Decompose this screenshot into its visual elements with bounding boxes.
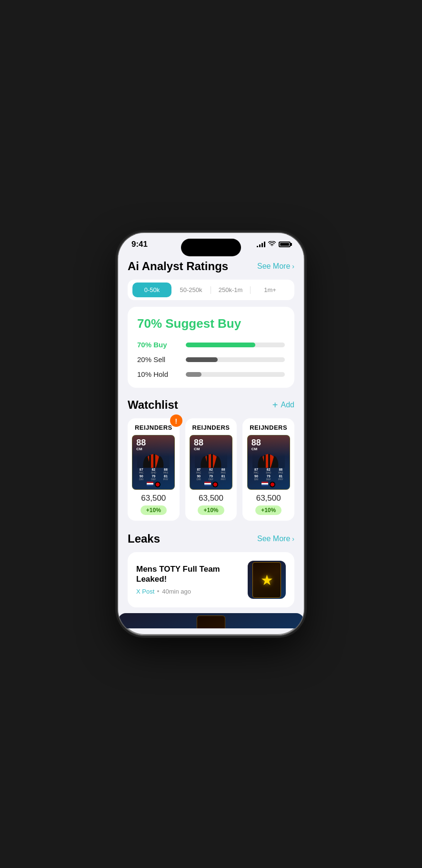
player-name-2: REIJNDERS — [250, 424, 287, 431]
signal-icon — [257, 242, 265, 247]
fut-position-2: CM — [251, 447, 257, 451]
leak-content-0: Mens TOTY Full Team Leaked! X Post 40min… — [136, 565, 242, 595]
player-stats-grid-0: 87PAC 82SHO 88PAS 90DRI 79DEF 81PHY — [134, 468, 172, 481]
add-button[interactable]: + Add — [272, 400, 294, 410]
fut-player-img-2 — [252, 452, 285, 468]
status-time: 9:41 — [131, 240, 148, 249]
phone-frame: 9:41 Ai Analys — [118, 233, 304, 635]
analyst-chevron-icon: › — [292, 262, 294, 270]
watchlist-title: Watchlist — [128, 398, 178, 412]
sell-stat-label: 20% Sell — [137, 355, 180, 363]
player-card-0[interactable]: ! REIJNDERS 88 CM — [128, 418, 180, 521]
leak-card-inner: ★ — [252, 562, 281, 598]
flag-icons-2 — [261, 482, 275, 487]
leak-title-0: Mens TOTY Full Team Leaked! — [136, 565, 242, 584]
analyst-ratings-title: Ai Analyst Ratings — [128, 260, 228, 273]
player-price-2: 63,500 — [256, 494, 281, 503]
suggest-buy-text: 70% Suggest Buy — [137, 316, 285, 331]
price-badge-1: +10% — [198, 505, 224, 515]
leak-image-0: ★ — [248, 561, 286, 599]
fut-rating-1: 88 — [194, 438, 203, 447]
analyst-see-more-link[interactable]: See More › — [257, 262, 294, 271]
player-price-0: 63,500 — [141, 494, 166, 503]
leak-dot-0 — [157, 590, 159, 592]
alert-badge: ! — [170, 414, 182, 427]
hold-stat-row: 10% Hold — [137, 370, 285, 378]
leaks-chevron-icon: › — [292, 535, 294, 543]
player-name-0: REIJNDERS — [135, 424, 172, 431]
add-label: Add — [281, 401, 294, 409]
price-badge-2: +10% — [255, 505, 281, 515]
price-badge-0: +10% — [141, 505, 167, 515]
sell-stat-row: 20% Sell — [137, 355, 285, 363]
buy-stat-row: 70% Buy — [137, 341, 285, 349]
leaks-see-more-label: See More — [257, 535, 290, 543]
filter-tabs: 0-50k 50-250k 250k-1m 1m+ — [128, 280, 294, 300]
hold-stat-bar-fill — [186, 372, 201, 377]
battery-icon — [279, 242, 291, 247]
player-card-1[interactable]: REIJNDERS 88 CM — [185, 418, 237, 521]
buy-stat-bar-container — [186, 343, 285, 347]
filter-tab-250k-1m[interactable]: 250k-1m — [211, 283, 250, 297]
toty-star-icon: ★ — [261, 572, 273, 588]
filter-tab-50-250k[interactable]: 50-250k — [171, 283, 211, 297]
bottom-card-peek — [197, 616, 225, 628]
status-icons — [257, 241, 291, 248]
player-cards-row: ! REIJNDERS 88 CM — [128, 418, 294, 521]
watchlist-header: Watchlist + Add — [128, 398, 294, 412]
flag-icons-1 — [204, 482, 218, 487]
sell-stat-bar-fill — [186, 357, 218, 362]
analyst-see-more-label: See More — [257, 262, 290, 271]
leak-meta-0: X Post 40min ago — [136, 588, 242, 595]
fut-position-0: CM — [136, 447, 142, 451]
fut-player-img-1 — [195, 452, 227, 468]
fut-position-1: CM — [194, 447, 200, 451]
hold-stat-label: 10% Hold — [137, 370, 180, 378]
leaks-see-more-link[interactable]: See More › — [257, 535, 294, 543]
analyst-ratings-header: Ai Analyst Ratings See More › — [128, 260, 294, 273]
flag-icons-0 — [147, 482, 161, 487]
hold-stat-bar-container — [186, 372, 285, 377]
leaks-header: Leaks See More › — [128, 532, 294, 545]
dynamic-island — [181, 239, 241, 256]
filter-tab-0-50k[interactable]: 0-50k — [132, 283, 171, 297]
fut-rating-0: 88 — [136, 438, 146, 447]
player-name-1: REIJNDERS — [192, 424, 230, 431]
player-stats-grid-1: 87PAC 82SHO 88PAS 90DRI 79DEF 81PHY — [192, 468, 230, 481]
fut-card-0: 88 CM — [132, 435, 175, 490]
leak-card-0[interactable]: Mens TOTY Full Team Leaked! X Post 40min… — [128, 552, 294, 607]
filter-tab-1m[interactable]: 1m+ — [251, 283, 290, 297]
player-price-1: 63,500 — [199, 494, 223, 503]
buy-stat-bar-fill — [186, 343, 255, 347]
stats-card: 70% Suggest Buy 70% Buy 20% Sell 10% Hol… — [128, 307, 294, 388]
fut-card-2: 88 CM 87PAC 82SHO — [247, 435, 290, 490]
fut-card-1: 88 CM 87PAC 82SHO — [190, 435, 232, 490]
player-stats-grid-2: 87PAC 82SHO 88PAS 90DRI 79DEF 81PHY — [250, 468, 288, 481]
leak-source-0: X Post — [136, 588, 154, 595]
bottom-peek — [118, 613, 304, 628]
add-plus-icon: + — [272, 400, 278, 410]
fut-rating-2: 88 — [251, 438, 261, 447]
leak-time-0: 40min ago — [162, 588, 191, 595]
sell-stat-bar-container — [186, 357, 285, 362]
main-content[interactable]: Ai Analyst Ratings See More › 0-50k 50-2… — [118, 252, 304, 628]
wifi-icon — [268, 241, 276, 248]
player-card-2[interactable]: REIJNDERS 88 CM — [242, 418, 294, 521]
fut-player-img-0 — [137, 452, 170, 468]
leaks-title: Leaks — [128, 532, 160, 545]
buy-stat-label: 70% Buy — [137, 341, 180, 349]
